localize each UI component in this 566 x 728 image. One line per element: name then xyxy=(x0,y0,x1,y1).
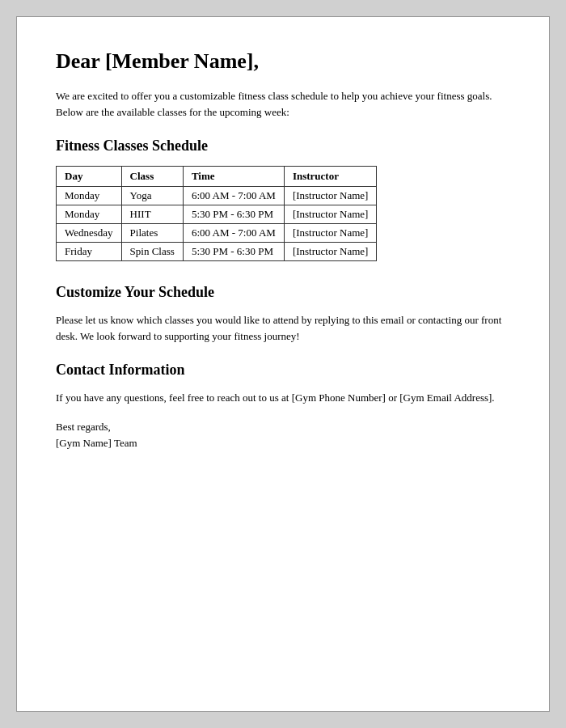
closing-block: Best regards, [Gym Name] Team xyxy=(56,419,510,453)
intro-paragraph: We are excited to offer you a customizab… xyxy=(56,88,510,120)
table-row: MondayHIIT5:30 PM - 6:30 PM[Instructor N… xyxy=(57,205,377,224)
table-cell: Pilates xyxy=(121,224,183,243)
table-cell: Spin Class xyxy=(121,243,183,261)
schedule-table: Day Class Time Instructor MondayYoga6:00… xyxy=(56,166,377,261)
table-cell: 5:30 PM - 6:30 PM xyxy=(183,243,284,261)
table-cell: [Instructor Name] xyxy=(284,224,377,243)
table-row: FridaySpin Class5:30 PM - 6:30 PM[Instru… xyxy=(57,243,377,261)
page-container: Dear [Member Name], We are excited to of… xyxy=(16,16,550,712)
table-cell: HIIT xyxy=(121,205,183,224)
contact-paragraph: If you have any questions, feel free to … xyxy=(56,390,510,406)
table-cell: Monday xyxy=(57,205,122,224)
table-cell: [Instructor Name] xyxy=(284,187,377,205)
table-cell: 5:30 PM - 6:30 PM xyxy=(183,205,284,224)
contact-heading: Contact Information xyxy=(56,362,510,379)
table-cell: Yoga xyxy=(121,187,183,205)
closing-line1: Best regards, xyxy=(56,419,510,436)
col-header-time: Time xyxy=(183,167,284,187)
schedule-heading: Fitness Classes Schedule xyxy=(56,138,510,154)
table-cell: Wednesday xyxy=(57,224,122,243)
col-header-instructor: Instructor xyxy=(284,167,377,187)
customize-paragraph: Please let us know which classes you wou… xyxy=(56,312,510,344)
table-cell: [Instructor Name] xyxy=(284,243,377,261)
col-header-class: Class xyxy=(121,167,183,187)
table-header-row: Day Class Time Instructor xyxy=(57,167,377,187)
table-cell: 6:00 AM - 7:00 AM xyxy=(183,187,284,205)
greeting-text: Dear [Member Name], xyxy=(56,49,510,74)
closing-line2: [Gym Name] Team xyxy=(56,435,510,452)
table-cell: [Instructor Name] xyxy=(284,205,377,224)
customize-heading: Customize Your Schedule xyxy=(56,284,510,301)
table-cell: 6:00 AM - 7:00 AM xyxy=(183,224,284,243)
col-header-day: Day xyxy=(57,167,122,187)
table-row: MondayYoga6:00 AM - 7:00 AM[Instructor N… xyxy=(57,187,377,205)
table-cell: Monday xyxy=(57,187,122,205)
table-cell: Friday xyxy=(57,243,122,261)
table-row: WednesdayPilates6:00 AM - 7:00 AM[Instru… xyxy=(57,224,377,243)
